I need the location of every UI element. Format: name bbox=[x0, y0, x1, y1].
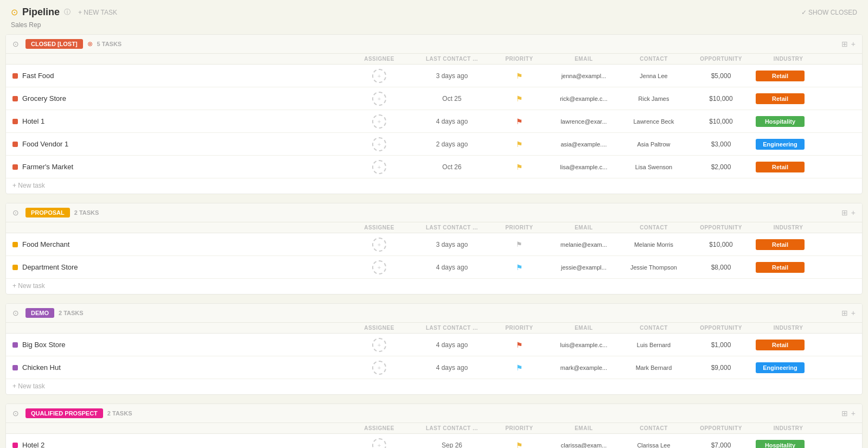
add-icon-closed-lost[interactable]: + bbox=[851, 40, 856, 48]
priority-cell: ⚑ bbox=[492, 263, 546, 272]
table-row[interactable]: Big Box Store + 4 days ago ⚑ luis@exampl… bbox=[6, 334, 862, 356]
task-count-closed-lost: 5 TASKS bbox=[97, 41, 122, 47]
add-icon-demo[interactable]: + bbox=[851, 309, 856, 317]
contact-cell: Asia Paltrow bbox=[621, 141, 686, 148]
email-cell: luis@example.c... bbox=[548, 342, 619, 348]
opportunity-cell: $10,000 bbox=[688, 118, 754, 125]
task-name[interactable]: Department Store bbox=[22, 263, 78, 271]
group-chevron-closed-lost[interactable]: ⊙ bbox=[12, 40, 21, 48]
industry-badge: Retail bbox=[756, 262, 805, 273]
task-dot bbox=[12, 265, 18, 270]
col-industry: INDUSTRY bbox=[756, 56, 821, 62]
avatar[interactable]: + bbox=[372, 160, 386, 174]
grid-icon-closed-lost[interactable]: ⊞ bbox=[841, 40, 848, 48]
priority-cell: ⚑ bbox=[492, 240, 546, 248]
grid-icon-demo[interactable]: ⊞ bbox=[841, 309, 848, 317]
table-row[interactable]: Grocery Store + Oct 25 ⚑ rick@example.c.… bbox=[6, 87, 862, 110]
avatar[interactable]: + bbox=[372, 361, 386, 375]
new-task-row[interactable]: + New task bbox=[6, 178, 862, 194]
task-name[interactable]: Hotel 1 bbox=[22, 117, 44, 125]
group-label-proposal[interactable]: PROPOSAL bbox=[25, 208, 70, 217]
task-name-cell: Fast Food bbox=[12, 72, 344, 80]
task-name[interactable]: Fast Food bbox=[22, 72, 54, 80]
email-cell: asia@example.... bbox=[548, 141, 619, 148]
task-name[interactable]: Hotel 2 bbox=[22, 441, 44, 448]
task-name[interactable]: Food Merchant bbox=[22, 240, 69, 248]
table-row[interactable]: Fast Food + 3 days ago ⚑ jenna@exampl...… bbox=[6, 65, 862, 87]
table-row[interactable]: Hotel 2 + Sep 26 ⚑ clarissa@exam... Clar… bbox=[6, 434, 862, 448]
grid-icon-qualified-prospect[interactable]: ⊞ bbox=[841, 409, 848, 418]
contact-cell: Jenna Lee bbox=[621, 73, 686, 79]
group-chevron-demo[interactable]: ⊙ bbox=[12, 309, 21, 317]
pipeline-chevron[interactable]: ⊙ bbox=[11, 7, 18, 17]
group-label-demo[interactable]: DEMO bbox=[25, 308, 54, 318]
col-headers-qualified-prospect: ASSIGNEE LAST CONTACT ... PRIORITY EMAIL… bbox=[6, 423, 862, 434]
new-task-row[interactable]: + New task bbox=[6, 279, 862, 294]
opportunity-cell: $1,000 bbox=[688, 341, 754, 349]
industry-cell: Retail bbox=[756, 262, 821, 273]
info-icon[interactable]: ⓘ bbox=[64, 8, 71, 17]
priority-cell: ⚑ bbox=[492, 94, 546, 103]
last-contact-cell: Oct 25 bbox=[414, 95, 490, 103]
table-row[interactable]: Farmer's Market + Oct 26 ⚑ lisa@example.… bbox=[6, 156, 862, 178]
sub-label: Sales Rep bbox=[11, 21, 41, 29]
group-label-closed-lost[interactable]: CLOSED [LOST] bbox=[25, 39, 83, 49]
col-priority: PRIORITY bbox=[492, 325, 546, 331]
task-name[interactable]: Farmer's Market bbox=[22, 163, 73, 171]
col-last-contact: LAST CONTACT ... bbox=[414, 56, 490, 62]
col-assignee: ASSIGNEE bbox=[347, 425, 412, 431]
task-count-demo: 2 TASKS bbox=[59, 310, 84, 316]
col-industry: INDUSTRY bbox=[756, 225, 821, 231]
avatar[interactable]: + bbox=[372, 114, 386, 129]
table-row[interactable]: Hotel 1 + 4 days ago ⚑ lawrence@exar... … bbox=[6, 110, 862, 133]
avatar[interactable]: + bbox=[372, 438, 386, 449]
task-name[interactable]: Big Box Store bbox=[22, 341, 66, 349]
assignee-cell: + bbox=[347, 114, 412, 129]
task-name[interactable]: Grocery Store bbox=[22, 94, 66, 103]
email-cell: melanie@exam... bbox=[548, 241, 619, 248]
new-task-row[interactable]: + New task bbox=[6, 379, 862, 394]
task-name[interactable]: Food Vendor 1 bbox=[22, 140, 68, 148]
priority-cell: ⚑ bbox=[492, 72, 546, 80]
task-dot bbox=[12, 365, 18, 370]
opportunity-cell: $7,000 bbox=[688, 441, 754, 449]
avatar[interactable]: + bbox=[372, 92, 386, 106]
email-cell: lisa@example.c... bbox=[548, 164, 619, 170]
group-label-qualified-prospect[interactable]: QUALIFIED PROSPECT bbox=[25, 408, 103, 418]
col-priority: PRIORITY bbox=[492, 225, 546, 231]
email-cell: mark@example... bbox=[548, 364, 619, 371]
add-icon-qualified-prospect[interactable]: + bbox=[851, 409, 856, 418]
col-actions bbox=[823, 425, 856, 431]
grid-icon-proposal[interactable]: ⊞ bbox=[841, 208, 848, 217]
email-cell: jessie@exampl... bbox=[548, 264, 619, 271]
header-new-task-btn[interactable]: + NEW TASK bbox=[75, 8, 120, 17]
avatar[interactable]: + bbox=[372, 69, 386, 83]
table-row[interactable]: Food Vendor 1 + 2 days ago ⚑ asia@exampl… bbox=[6, 133, 862, 156]
opportunity-cell: $10,000 bbox=[688, 241, 754, 248]
last-contact-cell: Sep 26 bbox=[414, 441, 490, 449]
avatar[interactable]: + bbox=[372, 137, 386, 151]
col-industry: INDUSTRY bbox=[756, 425, 821, 431]
last-contact-cell: 4 days ago bbox=[414, 118, 490, 125]
industry-badge: Retail bbox=[756, 71, 805, 81]
add-icon-proposal[interactable]: + bbox=[851, 208, 856, 217]
table-row[interactable]: Food Merchant + 3 days ago ⚑ melanie@exa… bbox=[6, 233, 862, 256]
group-chevron-proposal[interactable]: ⊙ bbox=[12, 208, 21, 217]
avatar[interactable]: + bbox=[372, 238, 386, 252]
show-closed-btn[interactable]: ✓ SHOW CLOSED bbox=[801, 9, 857, 16]
assignee-cell: + bbox=[347, 438, 412, 449]
table-row[interactable]: Department Store + 4 days ago ⚑ jessie@e… bbox=[6, 256, 862, 279]
col-headers-closed-lost: ASSIGNEE LAST CONTACT ... PRIORITY EMAIL… bbox=[6, 54, 862, 65]
avatar[interactable]: + bbox=[372, 338, 386, 352]
col-assignee: ASSIGNEE bbox=[347, 56, 412, 62]
task-dot bbox=[12, 242, 18, 247]
contact-cell: Rick James bbox=[621, 95, 686, 102]
col-opportunity: OPPORTUNITY bbox=[688, 425, 754, 431]
group-chevron-qualified-prospect[interactable]: ⊙ bbox=[12, 409, 21, 418]
assignee-cell: + bbox=[347, 361, 412, 375]
table-row[interactable]: Chicken Hut + 4 days ago ⚑ mark@example.… bbox=[6, 356, 862, 379]
group-actions-closed-lost: ⊞ + bbox=[841, 40, 856, 48]
assignee-cell: + bbox=[347, 69, 412, 83]
avatar[interactable]: + bbox=[372, 260, 386, 274]
task-name[interactable]: Chicken Hut bbox=[22, 363, 61, 372]
